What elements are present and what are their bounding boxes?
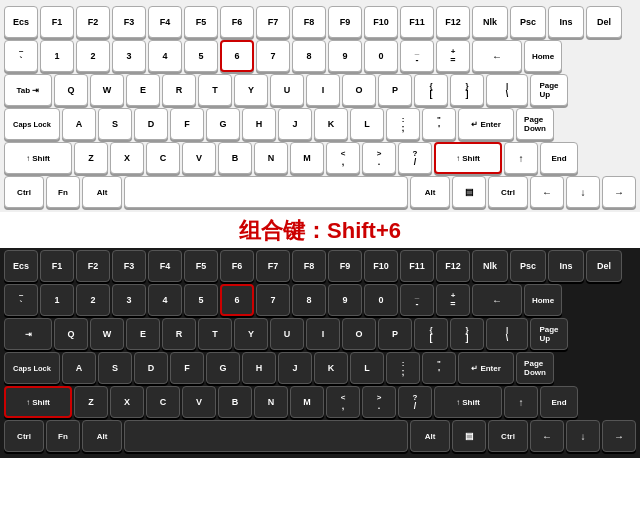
- key-backspace[interactable]: ←: [472, 40, 522, 72]
- key-n[interactable]: N: [254, 142, 288, 174]
- key-f3[interactable]: F3: [112, 6, 146, 38]
- key-f5[interactable]: F5: [184, 6, 218, 38]
- dark-key-g[interactable]: G: [206, 352, 240, 384]
- dark-key-ctrl-right[interactable]: Ctrl: [488, 420, 528, 452]
- key-z[interactable]: Z: [74, 142, 108, 174]
- dark-key-end[interactable]: End: [540, 386, 578, 418]
- key-s[interactable]: S: [98, 108, 132, 140]
- dark-key-del[interactable]: Del: [586, 250, 622, 282]
- key-f12[interactable]: F12: [436, 6, 470, 38]
- key-t[interactable]: T: [198, 74, 232, 106]
- key-f2[interactable]: F2: [76, 6, 110, 38]
- dark-key-1[interactable]: 1: [40, 284, 74, 316]
- dark-key-x[interactable]: X: [110, 386, 144, 418]
- key-r[interactable]: R: [162, 74, 196, 106]
- dark-key-6[interactable]: 6: [220, 284, 254, 316]
- dark-key-y[interactable]: Y: [234, 318, 268, 350]
- dark-key-p[interactable]: P: [378, 318, 412, 350]
- dark-key-c[interactable]: C: [146, 386, 180, 418]
- dark-key-f10[interactable]: F10: [364, 250, 398, 282]
- key-o[interactable]: O: [342, 74, 376, 106]
- dark-key-slash[interactable]: ?/: [398, 386, 432, 418]
- dark-key-n[interactable]: N: [254, 386, 288, 418]
- dark-key-f9[interactable]: F9: [328, 250, 362, 282]
- key-pgdn[interactable]: PageDown: [516, 108, 554, 140]
- key-home[interactable]: Home: [524, 40, 562, 72]
- key-nlk[interactable]: Nlk: [472, 6, 508, 38]
- dark-key-z[interactable]: Z: [74, 386, 108, 418]
- dark-key-alt-left[interactable]: Alt: [82, 420, 122, 452]
- key-lbrace[interactable]: {[: [414, 74, 448, 106]
- dark-key-alt-right[interactable]: Alt: [410, 420, 450, 452]
- key-p[interactable]: P: [378, 74, 412, 106]
- dark-key-0[interactable]: 0: [364, 284, 398, 316]
- dark-key-enter[interactable]: ↵ Enter: [458, 352, 514, 384]
- dark-key-left[interactable]: ←: [530, 420, 564, 452]
- key-b[interactable]: B: [218, 142, 252, 174]
- key-f4[interactable]: F4: [148, 6, 182, 38]
- key-l[interactable]: L: [350, 108, 384, 140]
- key-slash[interactable]: ?/: [398, 142, 432, 174]
- key-f6[interactable]: F6: [220, 6, 254, 38]
- dark-key-a[interactable]: A: [62, 352, 96, 384]
- dark-key-tilde[interactable]: ~`: [4, 284, 38, 316]
- key-up[interactable]: ↑: [504, 142, 538, 174]
- key-w[interactable]: W: [90, 74, 124, 106]
- key-enter[interactable]: ↵ Enter: [458, 108, 514, 140]
- key-6[interactable]: 6: [220, 40, 254, 72]
- key-minus[interactable]: _-: [400, 40, 434, 72]
- key-del[interactable]: Del: [586, 6, 622, 38]
- dark-key-h[interactable]: H: [242, 352, 276, 384]
- dark-key-up[interactable]: ↑: [504, 386, 538, 418]
- dark-key-rbrace[interactable]: }]: [450, 318, 484, 350]
- dark-key-lbrace[interactable]: {[: [414, 318, 448, 350]
- key-ctrl-left[interactable]: Ctrl: [4, 176, 44, 208]
- key-f8[interactable]: F8: [292, 6, 326, 38]
- key-5[interactable]: 5: [184, 40, 218, 72]
- dark-key-ins[interactable]: Ins: [548, 250, 584, 282]
- key-semicolon[interactable]: :;: [386, 108, 420, 140]
- key-f10[interactable]: F10: [364, 6, 398, 38]
- dark-key-v[interactable]: V: [182, 386, 216, 418]
- dark-key-semicolon[interactable]: :;: [386, 352, 420, 384]
- dark-key-m[interactable]: M: [290, 386, 324, 418]
- dark-key-ecs[interactable]: Ecs: [4, 250, 38, 282]
- key-f7[interactable]: F7: [256, 6, 290, 38]
- key-end[interactable]: End: [540, 142, 578, 174]
- dark-key-nlk[interactable]: Nlk: [472, 250, 508, 282]
- dark-key-backslash[interactable]: |\: [486, 318, 528, 350]
- key-3[interactable]: 3: [112, 40, 146, 72]
- dark-key-right[interactable]: →: [602, 420, 636, 452]
- key-ins[interactable]: Ins: [548, 6, 584, 38]
- dark-key-shift-left[interactable]: ↑ Shift: [4, 386, 72, 418]
- key-8[interactable]: 8: [292, 40, 326, 72]
- dark-key-pgdn[interactable]: PageDown: [516, 352, 554, 384]
- key-k[interactable]: K: [314, 108, 348, 140]
- key-space[interactable]: [124, 176, 408, 208]
- key-2[interactable]: 2: [76, 40, 110, 72]
- key-alt-left[interactable]: Alt: [82, 176, 122, 208]
- key-quote[interactable]: "': [422, 108, 456, 140]
- dark-key-7[interactable]: 7: [256, 284, 290, 316]
- dark-key-psc[interactable]: Psc: [510, 250, 546, 282]
- key-y[interactable]: Y: [234, 74, 268, 106]
- dark-key-5[interactable]: 5: [184, 284, 218, 316]
- key-4[interactable]: 4: [148, 40, 182, 72]
- key-backslash[interactable]: |\: [486, 74, 528, 106]
- key-ecs[interactable]: Ecs: [4, 6, 38, 38]
- dark-key-fn[interactable]: Fn: [46, 420, 80, 452]
- key-shift-right[interactable]: ↑ Shift: [434, 142, 502, 174]
- dark-key-i[interactable]: I: [306, 318, 340, 350]
- dark-key-q[interactable]: Q: [54, 318, 88, 350]
- key-m[interactable]: M: [290, 142, 324, 174]
- key-e[interactable]: E: [126, 74, 160, 106]
- key-rbrace[interactable]: }]: [450, 74, 484, 106]
- dark-key-f12[interactable]: F12: [436, 250, 470, 282]
- key-h[interactable]: H: [242, 108, 276, 140]
- key-j[interactable]: J: [278, 108, 312, 140]
- key-right[interactable]: →: [602, 176, 636, 208]
- key-menu[interactable]: ▤: [452, 176, 486, 208]
- key-f9[interactable]: F9: [328, 6, 362, 38]
- key-pgup[interactable]: PageUp: [530, 74, 568, 106]
- dark-key-quote[interactable]: "': [422, 352, 456, 384]
